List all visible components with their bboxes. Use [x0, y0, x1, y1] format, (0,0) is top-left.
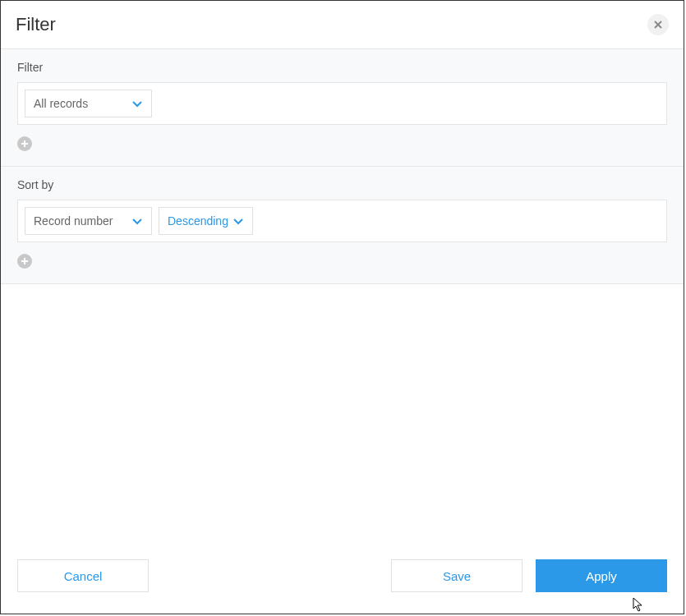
apply-button[interactable]: Apply — [536, 559, 667, 592]
sort-field-dropdown[interactable]: Record number — [25, 207, 152, 235]
add-filter-button[interactable] — [17, 136, 32, 151]
plus-icon — [21, 257, 29, 265]
save-button[interactable]: Save — [391, 559, 523, 592]
chevron-down-icon — [131, 98, 143, 109]
cancel-button[interactable]: Cancel — [17, 559, 149, 592]
sort-row: Record number Descending — [17, 200, 667, 242]
filter-section: Filter All records — [1, 48, 684, 166]
sort-section: Sort by Record number Descending — [1, 166, 684, 283]
dialog-title: Filter — [16, 14, 56, 35]
sort-direction-value: Descending — [168, 214, 228, 228]
filter-records-value: All records — [34, 97, 88, 110]
add-sort-button[interactable] — [17, 254, 32, 269]
chevron-down-icon — [233, 215, 244, 227]
sort-direction-dropdown[interactable]: Descending — [159, 207, 253, 235]
close-button[interactable] — [647, 14, 669, 35]
plus-icon — [21, 140, 29, 148]
filter-records-dropdown[interactable]: All records — [25, 90, 152, 117]
filter-dialog: Filter Filter All records Sort by Record… — [0, 0, 684, 614]
close-icon — [654, 21, 662, 29]
sort-section-label: Sort by — [17, 178, 667, 191]
dialog-header: Filter — [1, 1, 684, 48]
filter-section-label: Filter — [17, 61, 667, 74]
chevron-down-icon — [131, 215, 143, 227]
filter-row: All records — [17, 82, 667, 125]
dialog-footer: Cancel Save Apply — [1, 546, 684, 614]
dialog-body-empty — [1, 283, 684, 546]
sort-field-value: Record number — [34, 214, 113, 228]
